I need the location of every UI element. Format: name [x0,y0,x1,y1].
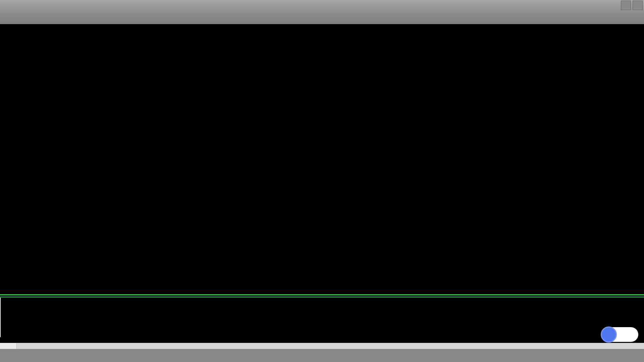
nesting-canvas-drawing [0,24,644,294]
piece-list [0,298,1,337]
scroll-left-button[interactable] [0,343,17,349]
piece-strip [0,294,644,336]
horizontal-scrollbar[interactable] [0,343,644,349]
status-bar [0,349,644,362]
memory-badge [601,327,638,342]
close-button[interactable] [633,1,643,10]
nesting-canvas[interactable] [0,24,644,294]
memory-percent-badge [601,326,617,343]
scroll-right-button[interactable] [627,343,644,349]
minimize-button[interactable] [621,1,631,10]
window-controls [621,1,643,10]
toolbar [0,0,644,24]
strip-divider [0,297,644,297]
